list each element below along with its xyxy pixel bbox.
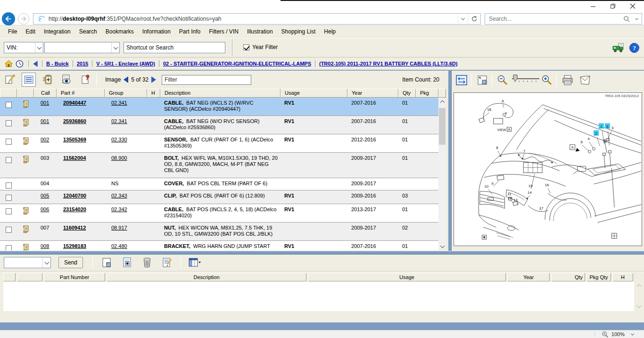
- menu-file[interactable]: File: [4, 26, 21, 37]
- group-number[interactable]: 08.900: [111, 155, 127, 161]
- table-row[interactable]: 002 13505369 02.330 SENSOR, BAT CUR (PAR…: [0, 134, 438, 153]
- worklist-column-usage[interactable]: Usage: [308, 273, 506, 281]
- part-number-link[interactable]: 11562004: [63, 155, 86, 161]
- edit-list-button[interactable]: [160, 256, 174, 270]
- search-input[interactable]: [485, 16, 623, 22]
- scrollbar-thumb[interactable]: [439, 108, 446, 145]
- row-checkbox[interactable]: [6, 157, 12, 163]
- callout-3[interactable]: 3: [611, 126, 614, 130]
- column-header-description[interactable]: Description: [160, 89, 281, 98]
- scroll-down-button[interactable]: [438, 243, 446, 250]
- callout-9[interactable]: 9: [491, 181, 494, 186]
- breadcrumb-back-button[interactable]: [33, 60, 38, 67]
- row-checkbox[interactable]: [6, 120, 12, 126]
- search-dropdown-icon[interactable]: [632, 18, 641, 20]
- row-checkbox[interactable]: [6, 227, 12, 233]
- callout-5[interactable]: 5: [580, 140, 583, 144]
- list-view-button[interactable]: [22, 73, 36, 87]
- column-header-blank-1[interactable]: [17, 89, 34, 98]
- row-checkbox[interactable]: [6, 102, 12, 108]
- row-checkbox[interactable]: [6, 208, 12, 214]
- scroll-up-button[interactable]: [438, 98, 446, 105]
- group-number[interactable]: 02.341: [111, 118, 127, 124]
- breadcrumb-link-v-5r1-enclave-awd[interactable]: V - 5R1 - Enclave (AWD): [96, 61, 155, 66]
- search-icon[interactable]: [623, 16, 630, 23]
- callout-16[interactable]: 16: [545, 183, 549, 187]
- call-number[interactable]: 008: [41, 243, 49, 249]
- table-row[interactable]: 005 12040700 02.343 CLIP, BAT POS CBL (P…: [0, 190, 438, 204]
- image-next-icon[interactable]: [151, 76, 156, 83]
- menu-help[interactable]: Help: [320, 26, 340, 37]
- help-button[interactable]: ?: [629, 42, 640, 53]
- table-row[interactable]: 007 11609412 08.917 NUT, HEX W/CON WA, M…: [0, 223, 438, 241]
- menu-part-info[interactable]: Part Info: [175, 26, 205, 37]
- vehicle-select[interactable]: [44, 42, 120, 53]
- forward-button[interactable]: [18, 13, 29, 25]
- column-header-qty[interactable]: Qty: [398, 89, 416, 98]
- menu-edit[interactable]: Edit: [21, 26, 40, 37]
- vertical-splitter[interactable]: [448, 71, 452, 251]
- document-notes-icon[interactable]: [22, 137, 29, 145]
- quick-list-button[interactable]: [41, 73, 55, 87]
- minimize-button[interactable]: [584, 0, 603, 12]
- note-edit-button[interactable]: [3, 73, 17, 87]
- callout-13[interactable]: 13: [513, 198, 518, 202]
- year-filter-checkbox[interactable]: [243, 44, 249, 50]
- print-button[interactable]: [561, 74, 574, 86]
- call-number[interactable]: 006: [41, 206, 49, 212]
- menu-illustration[interactable]: Illustration: [243, 26, 277, 37]
- preview-button[interactable]: [59, 73, 74, 87]
- callout-14[interactable]: 14: [528, 190, 532, 195]
- image-prev-icon[interactable]: [124, 76, 128, 83]
- callout-15[interactable]: 15: [528, 184, 533, 188]
- callout-2[interactable]: 2: [595, 132, 597, 136]
- column-settings-button[interactable]: [188, 256, 202, 270]
- parts-scrollbar[interactable]: [438, 98, 446, 250]
- group-number[interactable]: 02.330: [111, 137, 127, 142]
- send-button[interactable]: Send: [58, 257, 83, 268]
- zoom-out-button[interactable]: [497, 74, 508, 86]
- part-number-link[interactable]: 25936860: [63, 118, 86, 124]
- worklist-column-blank-0[interactable]: [3, 273, 16, 281]
- worklist-column-year[interactable]: Year: [507, 273, 550, 281]
- menu-bookmarks[interactable]: Bookmarks: [101, 26, 138, 37]
- browser-search-box[interactable]: [485, 13, 642, 25]
- callout-7[interactable]: 7: [523, 149, 526, 153]
- breadcrumb-link-b-buick[interactable]: B - Buick: [46, 61, 69, 66]
- fit-width-button[interactable]: [455, 74, 468, 86]
- menu-information[interactable]: Information: [138, 26, 175, 37]
- back-button[interactable]: [2, 12, 15, 25]
- callout-11[interactable]: 11: [507, 192, 512, 196]
- worklist-column-blank-1[interactable]: [17, 273, 42, 281]
- pin-page-button[interactable]: [78, 73, 92, 87]
- scroll-up-icon[interactable]: [636, 284, 641, 289]
- breadcrumb-link-02-starter-generator-ign[interactable]: 02 - STARTER-GENERATOR-IGNITION-ELECTRIC…: [163, 61, 311, 66]
- part-number-link[interactable]: 15298183: [63, 243, 86, 249]
- column-header-usage[interactable]: Usage: [281, 89, 347, 98]
- group-number[interactable]: 02.342: [111, 206, 127, 212]
- filter-input[interactable]: [162, 75, 251, 85]
- history-button[interactable]: [16, 60, 24, 68]
- column-header-call[interactable]: Call: [34, 89, 57, 98]
- breadcrumb-link-2015[interactable]: 2015: [77, 61, 88, 66]
- status-zoom-icon[interactable]: [602, 331, 609, 338]
- worklist-column-description[interactable]: Description: [107, 273, 306, 281]
- worklist-scroll[interactable]: [635, 283, 643, 309]
- worklist-column-part-number[interactable]: Part Number: [44, 273, 105, 281]
- part-number-link[interactable]: 11609412: [63, 225, 86, 231]
- refresh-button[interactable]: [468, 16, 480, 22]
- group-number[interactable]: 08.917: [111, 225, 127, 231]
- add-button[interactable]: [120, 256, 134, 270]
- part-number-link[interactable]: 20940447: [63, 100, 86, 106]
- row-checkbox[interactable]: [6, 139, 12, 145]
- document-notes-icon[interactable]: [22, 225, 29, 233]
- part-number-link[interactable]: 23154020: [63, 206, 86, 212]
- group-number[interactable]: 02.480: [111, 243, 127, 249]
- table-row[interactable]: 001 20940447 02.341 CABLE, BAT NEG (INCL…: [0, 98, 438, 116]
- table-row[interactable]: 003 11562004 08.900 BOLT, HEX W/FL WA, M…: [0, 153, 438, 178]
- send-action-select[interactable]: [4, 257, 51, 268]
- column-header-h[interactable]: H: [147, 89, 160, 98]
- table-row[interactable]: 004 NS COVER, BAT POS CBL TERM (PART OF …: [0, 178, 438, 190]
- column-header-blank-0[interactable]: [0, 89, 17, 98]
- menu-search[interactable]: Search: [75, 26, 101, 37]
